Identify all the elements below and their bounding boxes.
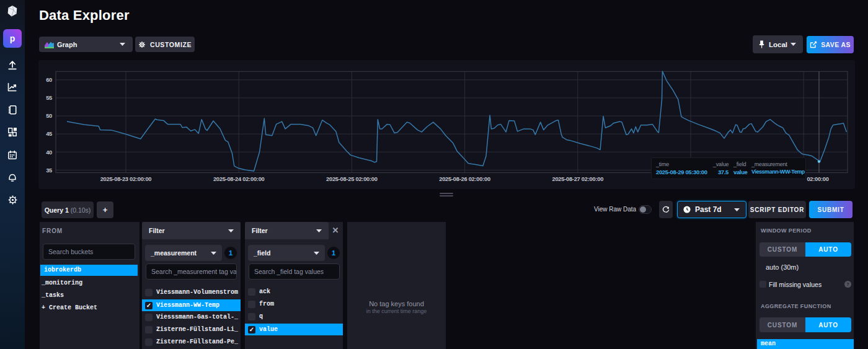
svg-text:2025-08-25 02:00:00: 2025-08-25 02:00:00: [326, 176, 378, 182]
svg-text:55: 55: [46, 95, 52, 101]
svg-text:45: 45: [46, 131, 52, 137]
svg-text:60: 60: [46, 77, 52, 83]
svg-text:50: 50: [46, 113, 52, 119]
svg-text:2025-08-26 02:00:00: 2025-08-26 02:00:00: [439, 176, 490, 182]
svg-text:02:00:00: 02:00:00: [807, 176, 828, 182]
svg-text:2025-08-24 02:00:00: 2025-08-24 02:00:00: [213, 176, 265, 182]
svg-text:2025-08-23 02:00:00: 2025-08-23 02:00:00: [100, 176, 152, 182]
svg-text:2025-08-27 02:00:00: 2025-08-27 02:00:00: [552, 176, 603, 182]
svg-text:40: 40: [46, 149, 52, 156]
svg-text:35: 35: [46, 167, 52, 174]
